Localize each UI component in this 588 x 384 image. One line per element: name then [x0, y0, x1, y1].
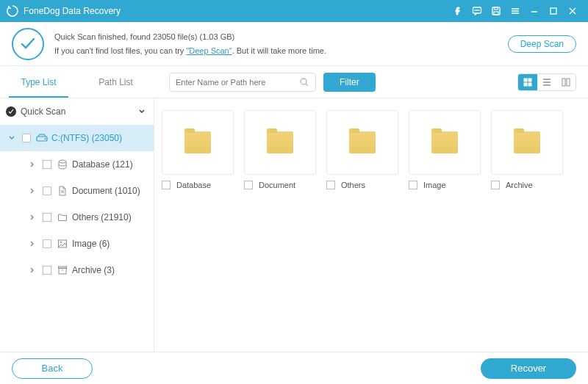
checkbox[interactable]	[43, 266, 51, 275]
facebook-icon[interactable]	[448, 0, 467, 22]
view-detail-icon[interactable]	[556, 74, 576, 90]
tree-item-label: Database (121)	[72, 159, 133, 170]
folder-icon	[431, 131, 458, 153]
folder-thumb[interactable]	[491, 110, 563, 175]
status-line1-prefix: Quick Scan finished, found	[54, 32, 153, 41]
folder-item: Archive	[491, 110, 563, 189]
archive-icon	[56, 265, 69, 275]
checkbox[interactable]	[409, 181, 417, 189]
tab-type-list[interactable]: Type List	[0, 66, 77, 98]
folder-item: Others	[326, 110, 398, 189]
bullet-icon	[6, 106, 16, 117]
tree-item-label: Archive (3)	[72, 265, 115, 275]
tab-path-list[interactable]: Path List	[77, 66, 154, 98]
folder-thumb[interactable]	[244, 110, 316, 175]
tree-root[interactable]: Quick Scan	[0, 98, 154, 125]
deep-scan-button[interactable]: Deep Scan	[508, 35, 576, 53]
tree-item-image[interactable]: Image (6)	[0, 231, 154, 257]
recover-button[interactable]: Recover	[481, 358, 576, 379]
checkbox[interactable]	[244, 181, 253, 189]
content-area: Database Document Others Image Archive	[154, 98, 588, 352]
checkbox[interactable]	[326, 181, 335, 189]
folder-label: Image	[423, 181, 446, 189]
controls-row: Type List Path List Filter	[0, 66, 588, 98]
image-icon	[56, 239, 69, 249]
tree-item-database[interactable]: Database (121)	[0, 151, 154, 178]
svg-point-16	[45, 138, 46, 140]
folder-icon	[184, 131, 211, 153]
status-line1-mid: file(s) (	[176, 32, 203, 41]
chevron-right-icon[interactable]	[26, 187, 38, 195]
list-tabs: Type List Path List	[0, 66, 154, 98]
tree-drive[interactable]: C:(NTFS) (23050)	[0, 125, 154, 151]
status-file-count: 23050	[153, 32, 176, 41]
tree-item-label: Others (21910)	[72, 212, 132, 222]
chevron-right-icon[interactable]	[26, 267, 38, 274]
folder-icon	[514, 131, 540, 153]
status-line2-prefix: If you can't find lost files, you can tr…	[54, 46, 186, 55]
folder-label: Archive	[506, 181, 533, 189]
svg-point-19	[60, 242, 62, 243]
view-toggle	[517, 73, 576, 91]
chevron-right-icon[interactable]	[26, 240, 38, 247]
filter-button[interactable]: Filter	[323, 73, 376, 92]
tree-item-document[interactable]: Document (1010)	[0, 178, 154, 204]
tree-root-label: Quick Scan	[21, 106, 136, 117]
svg-rect-9	[524, 79, 527, 81]
document-icon	[56, 186, 69, 196]
minimize-icon[interactable]	[525, 0, 544, 22]
back-button[interactable]: Back	[12, 358, 93, 379]
tree-drive-label: C:(NTFS) (23050)	[51, 133, 122, 143]
folder-thumb[interactable]	[326, 110, 398, 175]
deep-scan-link[interactable]: "Deep Scan"	[186, 46, 232, 55]
svg-point-8	[301, 79, 306, 84]
folder-item: Image	[409, 110, 481, 189]
maximize-icon[interactable]	[544, 0, 563, 22]
checkbox[interactable]	[491, 181, 500, 189]
save-icon[interactable]	[487, 0, 506, 22]
chevron-down-icon[interactable]	[6, 134, 18, 142]
svg-rect-12	[528, 83, 531, 86]
chevron-right-icon[interactable]	[26, 161, 38, 168]
folder-label: Others	[341, 181, 365, 189]
folder-thumb[interactable]	[162, 110, 234, 175]
search-box[interactable]	[169, 73, 316, 92]
chevron-down-icon[interactable]	[136, 108, 148, 115]
tree-item-archive[interactable]: Archive (3)	[0, 257, 154, 283]
status-line1-suffix: )	[232, 32, 235, 41]
search-icon	[299, 77, 309, 87]
chevron-right-icon[interactable]	[26, 214, 38, 221]
svg-rect-11	[524, 83, 527, 86]
tree-item-others[interactable]: Others (21910)	[0, 204, 154, 231]
folder-item: Database	[162, 110, 234, 189]
window-title: FoneDog Data Recovery	[24, 6, 121, 16]
close-icon[interactable]	[563, 0, 582, 22]
menu-icon[interactable]	[506, 0, 525, 22]
svg-rect-5	[495, 7, 498, 10]
folder-label: Database	[176, 181, 211, 189]
titlebar: FoneDog Data Recovery	[0, 0, 588, 22]
tree-item-label: Image (6)	[72, 239, 110, 249]
view-list-icon[interactable]	[537, 74, 556, 90]
checkbox[interactable]	[43, 213, 51, 222]
checkbox[interactable]	[43, 239, 51, 248]
svg-rect-20	[59, 268, 66, 274]
folder-icon	[267, 131, 293, 153]
checkbox[interactable]	[43, 186, 51, 195]
checkbox[interactable]	[162, 181, 171, 189]
view-grid-icon[interactable]	[518, 74, 537, 90]
folder-icon	[56, 212, 69, 222]
search-input[interactable]	[176, 78, 299, 87]
svg-rect-7	[551, 8, 556, 14]
database-icon	[56, 159, 69, 170]
tree-item-label: Document (1010)	[72, 186, 140, 196]
svg-point-2	[476, 10, 477, 10]
svg-point-17	[59, 160, 66, 163]
checkbox[interactable]	[22, 134, 31, 142]
checkbox[interactable]	[43, 160, 51, 169]
feedback-icon[interactable]	[467, 0, 487, 22]
folder-grid: Database Document Others Image Archive	[162, 110, 581, 189]
folder-thumb[interactable]	[409, 110, 481, 175]
folder-label: Document	[259, 181, 295, 189]
svg-rect-21	[59, 267, 67, 269]
